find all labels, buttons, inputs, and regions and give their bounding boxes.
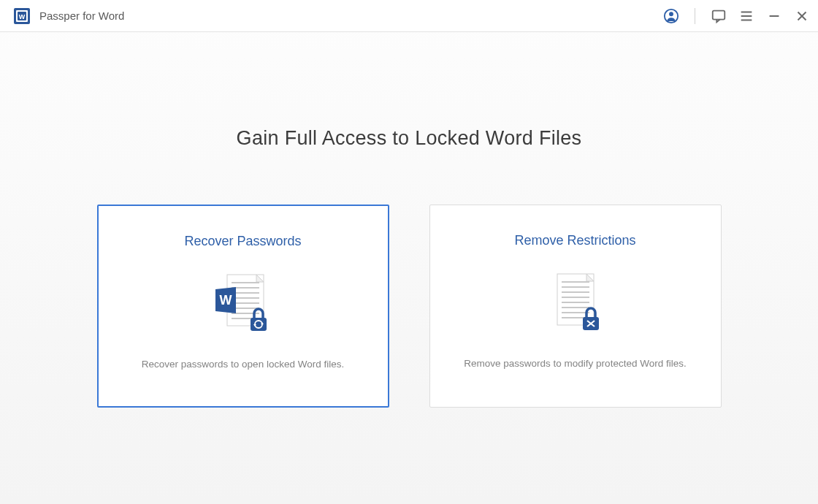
- card-title: Recover Passwords: [184, 234, 301, 249]
- card-description: Recover passwords to open locked Word fi…: [142, 359, 344, 370]
- page-headline: Gain Full Access to Locked Word Files: [237, 127, 582, 150]
- recover-illustration-icon: W: [207, 271, 280, 340]
- divider: [695, 8, 695, 24]
- main-content: Gain Full Access to Locked Word Files Re…: [0, 32, 818, 408]
- svg-point-5: [669, 12, 673, 16]
- card-title: Remove Restrictions: [514, 233, 635, 248]
- app-title: Passper for Word: [39, 9, 662, 22]
- svg-rect-6: [713, 10, 725, 19]
- svg-text:W: W: [19, 13, 26, 20]
- account-icon[interactable]: [662, 7, 680, 25]
- remove-illustration-icon: [539, 270, 612, 340]
- remove-restrictions-card[interactable]: Remove Restrictions: [429, 205, 722, 408]
- option-cards: Recover Passwords W: [97, 205, 722, 408]
- card-description: Remove passwords to modify protected Wor…: [464, 358, 686, 369]
- titlebar-controls: [662, 7, 811, 25]
- feedback-icon[interactable]: [710, 7, 727, 25]
- close-button[interactable]: [793, 7, 811, 25]
- svg-text:W: W: [219, 293, 232, 308]
- titlebar: W Passper for Word: [0, 0, 818, 32]
- recover-passwords-card[interactable]: Recover Passwords W: [97, 205, 389, 408]
- app-logo-icon: W: [13, 7, 31, 25]
- minimize-button[interactable]: [765, 7, 783, 25]
- svg-rect-23: [251, 318, 267, 331]
- menu-icon[interactable]: [738, 7, 755, 25]
